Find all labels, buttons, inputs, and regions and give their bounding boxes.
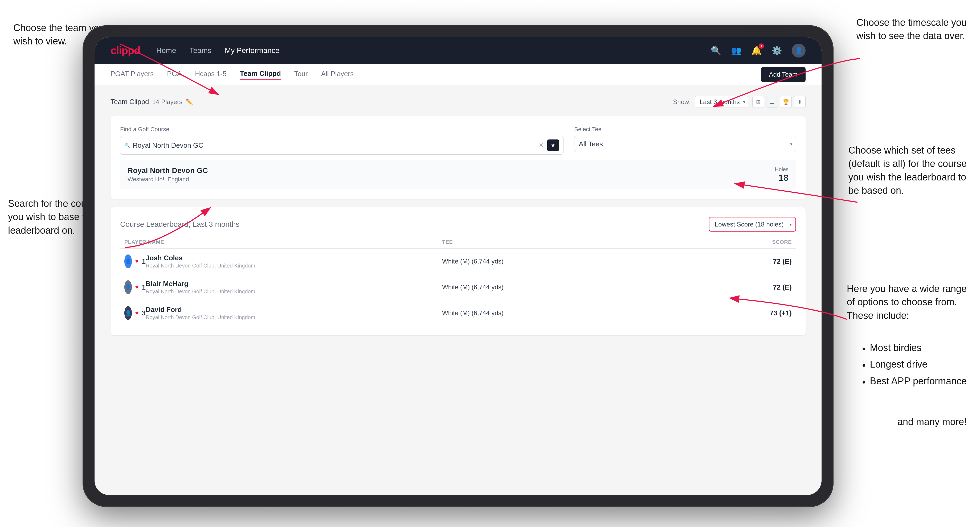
user-avatar[interactable]: 👤 [792,44,806,57]
notifications-icon[interactable]: 🔔 1 [751,46,762,56]
search-icon[interactable]: 🔍 [711,46,721,56]
leaderboard-title: Course Leaderboard, Last 3 months [120,220,239,229]
annotation-and-more: and many more! [897,415,967,429]
tee-cell-3: White (M) (6,744 yds) [442,309,738,317]
tablet-frame: clippd Home Teams My Performance 🔍 👥 🔔 1… [83,25,834,507]
notification-badge: 1 [759,43,764,49]
show-label: Show: [673,98,691,106]
bullet-item-app: Best APP performance [862,374,967,390]
add-team-button[interactable]: Add Team [761,67,806,82]
table-row: 👤 ♥ 3 David Ford Royal North Devon Golf … [120,300,796,326]
download-button[interactable]: ⬇ [794,96,806,108]
leaderboard-table: PLAYER NAME TEE SCORE 👤 ♥ 1 [120,239,796,326]
player-details-3: David Ford Royal North Devon Golf Club, … [146,306,442,321]
sub-nav-all-players[interactable]: All Players [321,70,354,79]
course-location: Westward Ho!, England [127,176,208,183]
trophy-view-button[interactable]: 🏆 [780,96,792,108]
sub-nav-tour[interactable]: Tour [294,70,308,79]
table-row: 👤 ♥ 1 Blair McHarg Royal North Devon Gol… [120,275,796,300]
col-score: SCORE [738,239,792,245]
holes-label: Holes [775,167,789,173]
score-cell-2: 72 (E) [738,283,792,291]
nav-link-performance[interactable]: My Performance [225,46,279,55]
bullet-item-birdies: Most birdies [862,341,967,357]
tee-cell-1: White (M) (6,744 yds) [442,258,738,265]
course-search-card: Find a Golf Course 🔍 ✕ ★ Select Tee [110,116,806,199]
time-period-select[interactable]: Last 3 months [695,96,748,108]
annotation-bottom-right: Here you have a wide rangeof options to … [847,282,967,322]
holes-number: 18 [775,173,789,183]
sub-nav-team-clippd[interactable]: Team Clippd [240,70,281,79]
nav-link-teams[interactable]: Teams [189,46,211,55]
clear-search-button[interactable]: ✕ [538,141,545,149]
heart-icon-1: ♥ [135,258,138,265]
course-search-area: Find a Golf Course 🔍 ✕ ★ Select Tee [120,126,796,155]
team-controls: Show: Last 3 months ⊞ ☰ 🏆 ⬇ [673,96,806,108]
col-tee: TEE [442,239,738,245]
course-search-input[interactable] [133,141,535,149]
nav-link-home[interactable]: Home [156,46,176,55]
navbar: clippd Home Teams My Performance 🔍 👥 🔔 1… [94,37,822,64]
bullet-item-drive: Longest drive [862,357,967,374]
player-details-1: Josh Coles Royal North Devon Golf Club, … [146,254,442,269]
annotation-top-right: Choose the timescale youwish to see the … [856,16,967,43]
heart-icon-2: ♥ [135,284,138,290]
heart-icon-3: ♥ [135,310,138,316]
annotation-mid-right: Choose which set of tees(default is all)… [848,144,967,197]
sub-navbar: PGAT Players PGA Hcaps 1-5 Team Clippd T… [94,64,822,85]
sub-nav-hcaps[interactable]: Hcaps 1-5 [195,70,227,79]
player-count: 14 Players [152,98,182,106]
leaderboard-header: Course Leaderboard, Last 3 months Lowest… [120,217,796,232]
holes-badge: Holes 18 [775,167,789,183]
player-avatar-3: 👤 [124,306,132,320]
tablet-screen: clippd Home Teams My Performance 🔍 👥 🔔 1… [94,37,822,495]
favorite-button[interactable]: ★ [547,140,559,151]
grid-view-button[interactable]: ⊞ [752,96,764,108]
course-search-input-wrapper: 🔍 ✕ ★ [120,136,563,155]
tee-select-wrapper: All Tees [574,136,796,152]
player-avatar-1: 👤 [124,254,132,268]
player-rank-3: 👤 ♥ 3 [124,306,146,320]
tee-label: Select Tee [574,126,796,133]
nav-logo: clippd [110,45,140,57]
time-period-select-wrapper: Last 3 months [695,96,748,108]
tee-select[interactable]: All Tees [574,136,796,152]
team-title: Team Clippd 14 Players ✏️ [110,98,193,106]
leaderboard-period: Last 3 months [192,220,239,229]
settings-icon[interactable]: ⚙️ [772,46,782,56]
col-player-name: PLAYER NAME [124,239,442,245]
course-result: Royal North Devon GC Westward Ho!, Engla… [120,160,796,189]
tee-select-group: Select Tee All Tees [574,126,796,152]
search-icon-inline: 🔍 [125,143,130,148]
team-header: Team Clippd 14 Players ✏️ Show: Last 3 m… [110,96,806,108]
course-info: Royal North Devon GC Westward Ho!, Engla… [127,167,208,183]
app-container: clippd Home Teams My Performance 🔍 👥 🔔 1… [94,37,822,495]
player-rank-2: 👤 ♥ 1 [124,280,146,294]
users-icon[interactable]: 👥 [731,46,741,56]
view-icons: ⊞ ☰ 🏆 ⬇ [752,96,806,108]
player-details-2: Blair McHarg Royal North Devon Golf Club… [146,280,442,295]
score-cell-3: 73 (+1) [738,309,792,317]
table-row: 👤 ♥ 1 Josh Coles Royal North Devon Golf … [120,249,796,275]
find-course-group: Find a Golf Course 🔍 ✕ ★ [120,126,563,155]
player-avatar-2: 👤 [124,280,132,294]
player-rank-1: 👤 ♥ 1 [124,254,146,268]
course-name: Royal North Devon GC [127,167,208,175]
nav-right: 🔍 👥 🔔 1 ⚙️ 👤 [711,44,806,57]
score-type-select[interactable]: Lowest Score (18 holes) [710,217,795,231]
sub-nav-pga[interactable]: PGA [167,70,181,79]
nav-links: Home Teams My Performance [156,46,280,55]
table-header: PLAYER NAME TEE SCORE [120,239,796,249]
edit-team-icon[interactable]: ✏️ [186,98,193,105]
tee-cell-2: White (M) (6,744 yds) [442,284,738,291]
list-view-button[interactable]: ☰ [766,96,778,108]
sub-nav-pgat[interactable]: PGAT Players [110,70,154,79]
find-course-label: Find a Golf Course [120,126,563,133]
score-type-wrapper: Lowest Score (18 holes) [709,217,796,232]
score-cell-1: 72 (E) [738,257,792,266]
main-content: Team Clippd 14 Players ✏️ Show: Last 3 m… [94,85,822,495]
options-bullet-list: Most birdies Longest drive Best APP perf… [862,341,967,390]
leaderboard-card: Course Leaderboard, Last 3 months Lowest… [110,207,806,335]
